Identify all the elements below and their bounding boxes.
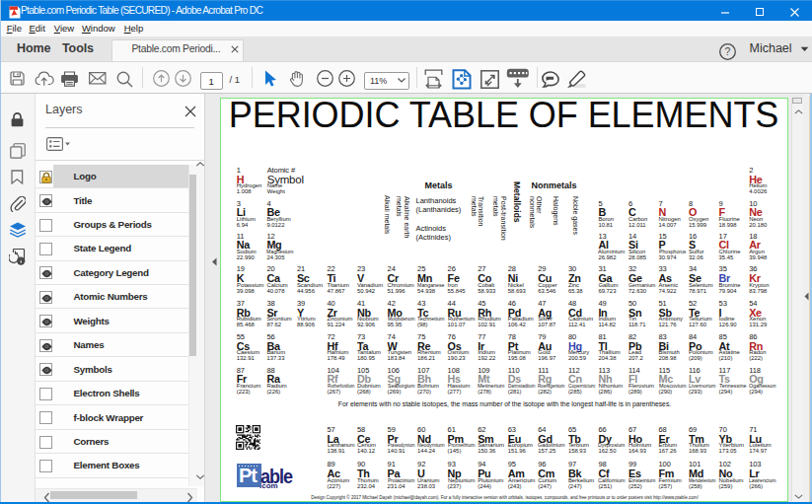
svg-text:?: ?: [724, 45, 730, 57]
